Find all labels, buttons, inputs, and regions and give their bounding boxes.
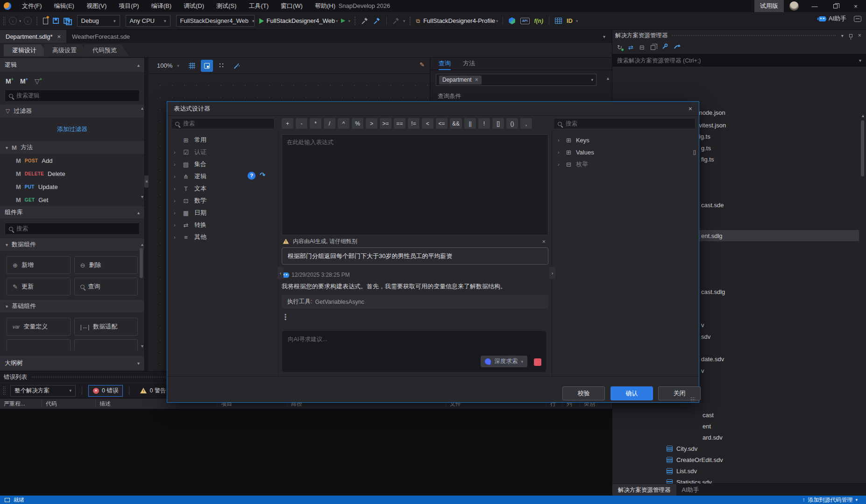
tab-code-preview[interactable]: 代码预览 [84, 44, 129, 56]
entity-chip[interactable]: Department× [439, 76, 482, 84]
function-tools-icon[interactable]: f(n) [534, 18, 543, 24]
error-list-body[interactable] [0, 409, 612, 495]
op-divide[interactable]: / [324, 118, 335, 129]
op-eq[interactable]: == [394, 118, 405, 129]
op-lt[interactable]: < [422, 118, 433, 129]
function-search[interactable] [171, 118, 275, 129]
scroll-up-arrow[interactable] [862, 113, 864, 118]
op-gt[interactable]: > [366, 118, 377, 129]
startup-project-select[interactable]: FullStackDesigner4_Web [176, 15, 255, 27]
api-tools-icon[interactable]: API [520, 18, 530, 24]
method-row-delete[interactable]: M DELETE Delete [0, 167, 144, 180]
explorer-search-input[interactable] [617, 57, 855, 64]
menu-build[interactable]: 编译(B) [145, 0, 177, 12]
new-file-button[interactable] [43, 18, 48, 24]
scroll-up-arrow[interactable] [607, 76, 609, 81]
menu-edit[interactable]: 编辑(E) [48, 0, 80, 12]
menu-project[interactable]: 项目(P) [113, 0, 145, 12]
methods-section-header[interactable]: M 方法 [0, 141, 144, 154]
logic-search-input[interactable] [16, 92, 135, 99]
explorer-search[interactable] [612, 54, 866, 67]
platform-select[interactable]: Any CPU [126, 15, 170, 27]
category-date[interactable]: ▦日期 [167, 207, 278, 219]
tree-item-values[interactable]: ⊞Values [] [552, 146, 700, 158]
component-insert[interactable]: ⊕新增 [7, 256, 71, 274]
error-scope-select[interactable]: 整个解决方案 [10, 385, 76, 397]
tab-logic-design[interactable]: 逻辑设计 [4, 44, 49, 56]
add-filter-link[interactable]: 添加过滤器 [0, 125, 144, 134]
panel-drag-texture[interactable] [672, 35, 836, 37]
minimize-button[interactable]: — [804, 0, 825, 12]
op-parens[interactable]: () [506, 118, 518, 129]
component-delete[interactable]: ⊖删除 [74, 256, 138, 274]
close-tab-icon[interactable]: × [57, 33, 61, 40]
sync-with-active-icon[interactable]: ↻ [617, 44, 622, 51]
tab-query[interactable]: 查询 [439, 58, 451, 70]
filters-section-header[interactable]: ▽ 过滤器 [0, 105, 144, 118]
data-components-header[interactable]: 数据组件 [0, 238, 144, 251]
run-icon[interactable] [259, 18, 264, 24]
confirm-button[interactable]: 确认 [610, 386, 653, 400]
logic-panel-header[interactable]: 逻辑 [0, 58, 144, 72]
col-code[interactable]: 代码 [42, 400, 96, 407]
tab-ai-assistant[interactable]: AI助手 [676, 484, 705, 496]
component-library-header[interactable]: 组件库 [0, 206, 144, 218]
ai-input-box[interactable]: 深度求索 [282, 330, 547, 372]
toolbar-grip[interactable] [3, 16, 6, 26]
dialog-close-icon[interactable]: × [689, 105, 692, 112]
op-brackets[interactable]: [] [492, 118, 504, 129]
data-table-icon[interactable] [555, 18, 562, 24]
menu-window[interactable]: 窗口(W) [275, 0, 309, 12]
save-button[interactable] [53, 18, 59, 24]
tab-department-sdlg[interactable]: Department.sdlg*× [0, 30, 66, 43]
model-select[interactable]: 深度求索 [481, 356, 527, 367]
remove-chip-icon[interactable]: × [475, 77, 478, 83]
share-arrow-icon[interactable]: ↷ [260, 171, 266, 179]
feedback-chat-icon[interactable]: ••• [854, 16, 861, 22]
op-power[interactable]: ^ [338, 118, 349, 129]
panel-layout-icon[interactable] [5, 498, 10, 502]
file-item[interactable]: ent [703, 420, 711, 432]
method-row-add[interactable]: M POST Add [0, 154, 144, 167]
op-not[interactable]: ! [478, 118, 490, 129]
snap-to-grid-button[interactable] [201, 60, 213, 72]
open-external-icon[interactable] [674, 44, 681, 51]
component-cutoff[interactable] [7, 339, 71, 350]
tab-methods[interactable]: 方法 [463, 58, 475, 70]
op-neq[interactable]: != [408, 118, 419, 129]
start-without-debug-icon[interactable] [341, 19, 346, 23]
panel-divider[interactable] [145, 58, 149, 371]
scroll-down-arrow[interactable] [141, 343, 143, 349]
component-cutoff[interactable] [74, 339, 138, 350]
file-item[interactable]: City.sdv [667, 443, 697, 454]
copy-properties-icon[interactable] [651, 45, 655, 50]
op-lte[interactable]: <= [436, 118, 447, 129]
file-item[interactable]: CreateOrEdit.sdv [667, 454, 723, 465]
file-item[interactable]: List.sdv [667, 465, 697, 476]
back-history-chevron[interactable] [19, 19, 21, 23]
edit-doc-icon[interactable]: ✎ [419, 61, 425, 68]
collapse-left-pane-handle[interactable] [277, 267, 284, 279]
errors-filter-toggle[interactable]: ×0 错误 [88, 385, 123, 397]
build-project-icon[interactable] [373, 17, 381, 25]
validate-button[interactable]: 校验 [562, 386, 605, 400]
tab-list-chevron[interactable] [603, 34, 605, 39]
category-common[interactable]: ⊞常用 [167, 134, 278, 146]
category-other[interactable]: ≡其他 [167, 231, 278, 243]
maximize-button[interactable] [825, 0, 845, 12]
web-publish-icon[interactable] [509, 17, 516, 24]
op-comma[interactable]: , [520, 118, 532, 129]
component-variable-define[interactable]: var变量定义 [7, 318, 71, 336]
collapse-icon[interactable] [137, 210, 140, 215]
collapse-icon[interactable] [137, 63, 140, 68]
method-row-get[interactable]: M GET Get [0, 193, 144, 206]
basic-components-header[interactable]: 基础组件 [0, 300, 144, 312]
expand-icon[interactable] [6, 145, 8, 150]
file-item[interactable]: v [701, 365, 704, 376]
search-options-chevron[interactable] [859, 58, 861, 63]
close-ai-panel-icon[interactable]: × [542, 238, 546, 245]
back-button[interactable]: ‹ [9, 17, 17, 25]
file-item[interactable]: v [701, 319, 704, 330]
component-search-input[interactable] [16, 225, 135, 232]
logic-search[interactable] [5, 90, 140, 102]
